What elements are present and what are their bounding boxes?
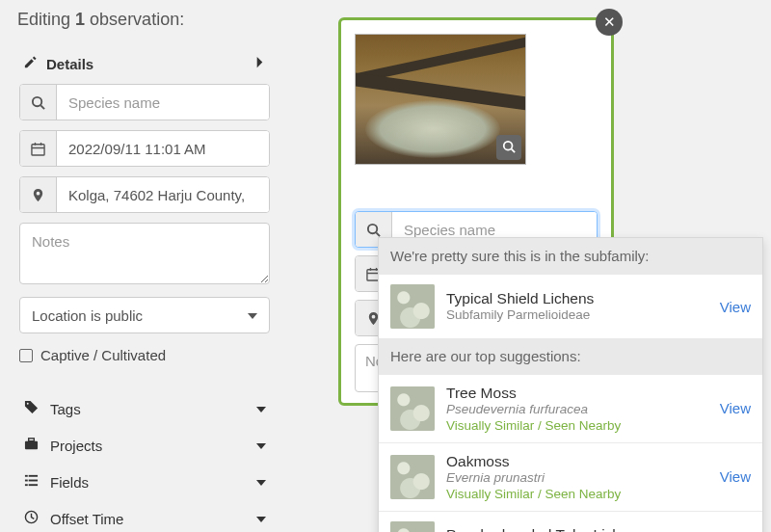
location-input-group[interactable] <box>19 176 270 213</box>
details-section-body: Location is public Captive / Cultivated <box>17 80 272 390</box>
notes-textarea[interactable] <box>19 223 270 284</box>
svg-rect-8 <box>24 475 27 477</box>
suggestion-item[interactable]: Typical Shield Lichens Subfamily Parmeli… <box>379 274 762 338</box>
suggestion-view-link[interactable]: View <box>720 299 751 315</box>
suggestion-view-link[interactable]: View <box>720 468 751 485</box>
caret-right-icon <box>253 55 266 72</box>
suggestion-name: Powder-headed Tube Lichen <box>446 526 751 532</box>
caret-down-icon <box>256 439 266 452</box>
offset-time-accordion[interactable]: Offset Time <box>17 500 272 532</box>
suggestion-thumb <box>390 455 435 499</box>
suggestion-text: Oakmoss Evernia prunastri Visually Simil… <box>446 453 708 501</box>
suggestion-thumb <box>390 284 435 329</box>
calendar-icon <box>20 131 57 166</box>
chevron-down-icon <box>248 309 257 321</box>
suggestion-text: Typical Shield Lichens Subfamily Parmeli… <box>446 290 708 324</box>
suggestion-name: Typical Shield Lichens <box>446 290 708 307</box>
editing-header: Editing 1 observation: <box>17 10 272 30</box>
fields-label: Fields <box>50 474 89 491</box>
svg-point-0 <box>33 96 41 105</box>
suggestion-item[interactable]: Oakmoss Evernia prunastri Visually Simil… <box>379 442 762 511</box>
suggestions-top-label: Here are our top suggestions: <box>379 338 762 374</box>
svg-rect-6 <box>24 441 37 449</box>
observation-photo[interactable] <box>355 34 526 165</box>
details-title: Details <box>46 56 93 72</box>
svg-rect-9 <box>28 475 37 477</box>
close-icon: ✕ <box>603 13 616 31</box>
svg-rect-7 <box>28 439 34 441</box>
captive-checkbox[interactable]: Captive / Cultivated <box>19 345 270 377</box>
suggestion-item[interactable]: Tree Moss Pseudevernia furfuracea Visual… <box>379 374 762 442</box>
species-suggestions-dropdown: We're pretty sure this is in the subfami… <box>378 237 763 532</box>
date-input-group[interactable] <box>19 130 270 167</box>
suggestion-sub: Subfamily Parmelioideae <box>446 307 708 324</box>
svg-rect-5 <box>40 142 41 145</box>
geoprivacy-label: Location is public <box>32 307 248 324</box>
caret-down-icon <box>256 512 266 525</box>
svg-point-15 <box>504 141 513 149</box>
projects-label: Projects <box>50 438 102 454</box>
fields-accordion[interactable]: Fields <box>17 464 272 500</box>
date-input[interactable] <box>57 131 269 166</box>
suggestion-item[interactable]: Powder-headed Tube Lichen Hypogymnia tub… <box>379 511 762 532</box>
list-icon <box>23 473 39 491</box>
tags-label: Tags <box>50 401 81 417</box>
suggestion-thumb <box>390 521 435 532</box>
checkbox-box <box>19 349 33 362</box>
suggestions-confident-label: We're pretty sure this is in the subfami… <box>379 238 762 274</box>
suggestion-text: Powder-headed Tube Lichen Hypogymnia tub… <box>446 526 751 532</box>
captive-label: Captive / Cultivated <box>40 347 166 363</box>
suggestion-hint: Visually Similar / Seen Nearby <box>446 418 708 433</box>
editing-suffix: observation: <box>90 10 184 29</box>
editing-prefix: Editing <box>17 10 70 29</box>
species-input-group[interactable] <box>19 84 270 120</box>
location-input[interactable] <box>57 177 269 212</box>
suggestion-sub: Evernia prunastri <box>446 470 708 487</box>
briefcase-icon <box>23 437 39 454</box>
svg-point-17 <box>368 224 377 232</box>
suggestion-sub: Pseudevernia furfuracea <box>446 402 708 418</box>
tags-accordion[interactable]: Tags <box>17 390 272 427</box>
magnify-icon <box>502 140 516 156</box>
zoom-button[interactable] <box>496 135 521 160</box>
details-section-header[interactable]: Details <box>17 47 272 80</box>
svg-rect-11 <box>28 480 37 482</box>
suggestion-view-link[interactable]: View <box>720 400 751 416</box>
pencil-icon <box>23 55 37 72</box>
close-button[interactable]: ✕ <box>596 9 623 36</box>
svg-rect-13 <box>28 484 37 486</box>
clock-icon <box>23 510 39 527</box>
svg-rect-10 <box>24 480 27 482</box>
suggestion-name: Tree Moss <box>446 385 708 402</box>
svg-line-16 <box>512 148 516 152</box>
offset-label: Offset Time <box>50 511 123 527</box>
svg-rect-4 <box>35 142 36 145</box>
tag-icon <box>23 400 39 417</box>
caret-down-icon <box>256 402 266 415</box>
svg-rect-12 <box>24 484 27 486</box>
svg-line-18 <box>376 232 380 236</box>
svg-line-1 <box>40 105 44 109</box>
search-icon <box>20 85 57 120</box>
map-marker-icon <box>20 177 57 212</box>
projects-accordion[interactable]: Projects <box>17 427 272 464</box>
suggestion-text: Tree Moss Pseudevernia furfuracea Visual… <box>446 385 708 433</box>
suggestion-thumb <box>390 386 435 431</box>
suggestion-hint: Visually Similar / Seen Nearby <box>446 487 708 501</box>
caret-down-icon <box>256 475 266 489</box>
edit-sidebar: Editing 1 observation: Details <box>0 0 289 532</box>
svg-rect-2 <box>32 144 44 154</box>
geoprivacy-select[interactable]: Location is public <box>19 297 270 333</box>
suggestion-name: Oakmoss <box>446 453 708 470</box>
species-input[interactable] <box>57 85 269 120</box>
svg-rect-21 <box>370 267 371 270</box>
editing-count: 1 <box>75 10 85 29</box>
